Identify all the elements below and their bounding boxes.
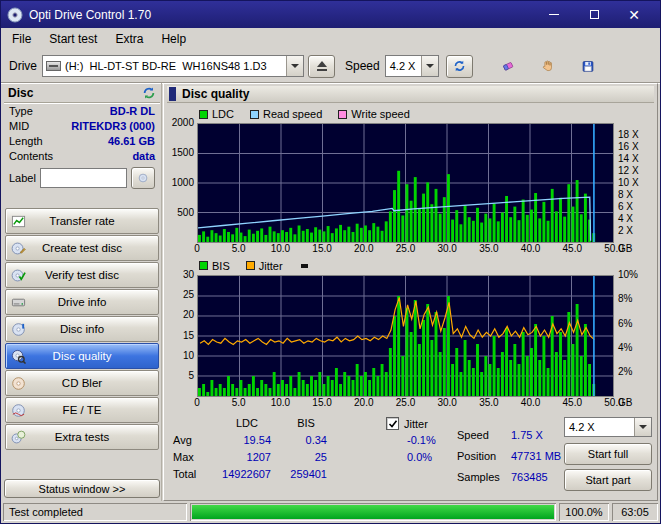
ldc-chart: 200015001000500 18 X16 X14 X12 X10 X8 X6… (167, 123, 654, 243)
legend-item-bis: BIS (199, 260, 230, 272)
tick-label: 10% (618, 270, 638, 280)
progress-percent-cell: 100.0% (559, 503, 609, 521)
max-ldc-value: 1207 (205, 451, 271, 463)
maximize-button[interactable] (574, 1, 614, 28)
sidebar-item-disc-quality[interactable]: Disc quality (5, 343, 159, 369)
mid-label: MID (9, 120, 29, 132)
check-icon (388, 419, 398, 429)
avg-bis-value: 0.34 (279, 434, 327, 446)
tick-label: 0 (194, 244, 200, 254)
minimize-button[interactable] (534, 1, 574, 28)
eject-button[interactable] (308, 55, 335, 78)
sidebar-item-cd-bler[interactable]: CD Bler (5, 370, 159, 396)
menu-help[interactable]: Help (152, 30, 195, 48)
bis-chart: 30252015105 10%8%6%4%2% (167, 275, 654, 397)
ldc-column-header: LDC (223, 417, 271, 429)
status-window-button[interactable]: Status window >> (4, 479, 160, 498)
bis-y-axis-right: 10%8%6%4%2% (614, 275, 654, 397)
extra-tests-icon (11, 430, 26, 445)
tick-label: 2% (618, 367, 632, 377)
bis-x-ticks: 05.010.015.020.025.030.035.040.045.050.0 (197, 397, 614, 410)
progress-percent: 100.0% (565, 506, 602, 518)
tick-label: 8% (618, 294, 632, 304)
sidebar-item-fe-te[interactable]: FE / TE (5, 397, 159, 423)
menu-extra[interactable]: Extra (106, 30, 152, 48)
tick-label: 4% (618, 343, 632, 353)
tick-label: 10 (183, 351, 194, 361)
tick-label: 500 (177, 208, 194, 218)
sidebar-item-create-test-disc[interactable]: Create test disc (5, 235, 159, 261)
burn-disc-button[interactable] (535, 54, 561, 78)
save-icon (581, 57, 595, 76)
tick-label: 20.0 (354, 244, 373, 254)
erase-disc-button[interactable] (495, 54, 521, 78)
close-icon: ✕ (628, 8, 640, 22)
speed-info-label: Speed (457, 429, 489, 441)
transfer-rate-icon (11, 214, 26, 229)
cd-icon (138, 171, 148, 185)
close-button[interactable]: ✕ (614, 1, 654, 28)
status-message-cell: Test completed (3, 503, 187, 521)
test-speed-select-arrow[interactable] (634, 418, 651, 436)
refresh-button[interactable] (446, 55, 473, 78)
tick-label: 25.0 (396, 244, 415, 254)
sidebar-nav: Transfer rate Create test disc Verify te… (4, 208, 160, 451)
mid-value: RITEKDR3 (000) (71, 120, 155, 132)
legend-label-write-speed: Write speed (351, 108, 410, 120)
ldc-y-axis-left: 200015001000500 (167, 123, 197, 243)
title-bar: Opti Drive Control 1.70 ✕ (1, 1, 660, 28)
ldc-plot-area (197, 123, 614, 243)
sidebar-item-extra-tests[interactable]: Extra tests (5, 424, 159, 450)
drive-select-arrow[interactable] (286, 56, 303, 76)
start-full-button[interactable]: Start full (564, 443, 652, 465)
label-input[interactable] (40, 168, 127, 188)
contents-label: Contents (9, 150, 53, 162)
jitter-checkbox[interactable] (386, 417, 399, 430)
max-jitter-value: 0.0% (407, 451, 432, 463)
eraser-icon (501, 56, 515, 76)
legend-label-bis: BIS (212, 260, 230, 272)
total-bis-value: 259401 (279, 468, 327, 480)
rescan-disc-icon[interactable] (142, 86, 156, 100)
sidebar-item-drive-info[interactable]: Drive info (5, 289, 159, 315)
disc-label-button[interactable] (131, 167, 155, 189)
position-info-label: Position (457, 450, 496, 462)
tick-label: 14 X (618, 154, 639, 164)
chart-canvas (198, 276, 613, 396)
tick-label: 35.0 (479, 398, 498, 408)
fe-te-icon (11, 403, 26, 418)
tick-label: 25 (183, 290, 194, 300)
tick-label: 50.0 (604, 244, 623, 254)
disc-info-icon (11, 322, 26, 337)
sidebar-item-transfer-rate[interactable]: Transfer rate (5, 208, 159, 234)
sidebar-item-disc-info[interactable]: Disc info (5, 316, 159, 342)
tick-label: 5 (188, 371, 194, 381)
save-results-button[interactable] (575, 54, 601, 78)
menu-file[interactable]: File (3, 30, 40, 48)
bis-y-axis-left: 30252015105 (167, 275, 197, 397)
legend-label-read-speed: Read speed (263, 108, 322, 120)
refresh-icon (453, 58, 466, 74)
disc-pencil-icon (11, 241, 26, 256)
tick-label: 4 X (618, 214, 633, 224)
test-speed-select[interactable]: 4.2 X (564, 417, 652, 437)
sidebar-item-verify-test-disc[interactable]: Verify test disc (5, 262, 159, 288)
drive-select[interactable]: (H:) HL-DT-ST BD-RE WH16NS48 1.D3 (42, 55, 304, 77)
speed-select-arrow[interactable] (421, 56, 438, 76)
disc-section-header: Disc (4, 83, 160, 103)
speed-select[interactable]: 4.2 X (385, 55, 439, 77)
tick-label: 5.0 (232, 244, 246, 254)
eject-icon (317, 61, 327, 71)
panel-header: Disc quality (167, 86, 654, 103)
menu-start-test[interactable]: Start test (40, 30, 106, 48)
nav-label: FE / TE (63, 404, 102, 416)
start-part-button[interactable]: Start part (564, 469, 652, 491)
ldc-x-ticks: 05.010.015.020.025.030.035.040.045.050.0 (197, 243, 614, 256)
contents-value[interactable]: data (132, 150, 155, 162)
tick-label: 12 X (618, 166, 639, 176)
tick-label: 6 X (618, 202, 633, 212)
progress-fill (192, 505, 554, 519)
jitter-swatch (246, 261, 255, 270)
tick-label: 10.0 (271, 398, 290, 408)
progress-bar (190, 503, 556, 521)
